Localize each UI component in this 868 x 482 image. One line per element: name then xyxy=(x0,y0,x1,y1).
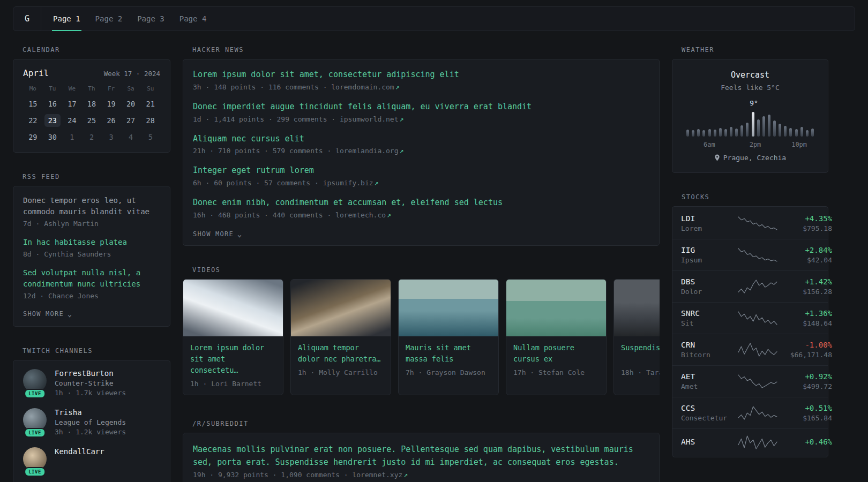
video-card[interactable]: Lorem ipsum dolor sit amet consectetu… 1… xyxy=(183,279,283,395)
weather-widget-title: WEATHER xyxy=(682,46,828,54)
calendar-widget-title: CALENDAR xyxy=(23,46,170,54)
calendar-dow: Th xyxy=(82,85,102,94)
channel-name[interactable]: Trisha xyxy=(55,408,126,417)
video-thumbnail[interactable] xyxy=(183,280,283,336)
video-card[interactable]: Nullam posuere cursus ex 17h · Stefan Co… xyxy=(506,279,607,395)
rss-widget: RSS FEED Donec tempor eros leo, ut commo… xyxy=(13,173,170,327)
stock-symbol[interactable]: SNRC xyxy=(681,309,732,318)
video-thumbnail[interactable] xyxy=(506,280,606,336)
stock-change: +1.36% xyxy=(783,309,832,318)
calendar-week-year: Week 17 · 2024 xyxy=(104,70,160,78)
stock-symbol[interactable]: CRN xyxy=(681,341,732,349)
stock-symbol[interactable]: CCS xyxy=(681,404,732,412)
twitch-channel-row[interactable]: LIVE ForrestBurton Counter-Strike 1h · 1… xyxy=(23,369,160,397)
video-title-link[interactable]: Suspendisse diam xyxy=(621,342,660,365)
story-meta: 6h · 60 points · 57 comments · ipsumify.… xyxy=(193,179,649,187)
video-title-link[interactable]: Mauris sit amet massa felis xyxy=(406,342,491,365)
weather-feels-like: Feels like 5°C xyxy=(681,84,819,92)
video-meta: 1h · Lori Barnett xyxy=(190,380,276,388)
video-thumbnail[interactable] xyxy=(614,280,660,336)
stock-name: Consectetur xyxy=(681,414,732,422)
stock-change: +1.42% xyxy=(783,277,832,286)
stock-symbol[interactable]: AET xyxy=(681,372,732,381)
tab-page-3[interactable]: Page 3 xyxy=(130,7,172,31)
post-title-link[interactable]: Maecenas mollis pulvinar erat non posuer… xyxy=(193,443,649,469)
tab-page-4[interactable]: Page 4 xyxy=(172,7,214,31)
video-thumbnail[interactable] xyxy=(399,280,498,336)
stock-row: DBS Dolor +1.42% $156.28 xyxy=(672,270,828,302)
channel-name[interactable]: KendallCarr xyxy=(55,447,104,456)
stock-name: Ipsum xyxy=(681,256,732,264)
rss-item-link[interactable]: In hac habitasse platea xyxy=(23,237,160,248)
twitch-channel-row[interactable]: LIVE KendallCarr xyxy=(23,447,160,475)
story-domain-link[interactable]: loremdomain.com↗ xyxy=(331,83,399,91)
rss-item-meta: 8d · Cynthia Saunders xyxy=(23,250,160,258)
video-meta: 18h · Tara xyxy=(621,368,660,376)
weather-time-label: 2pm xyxy=(750,141,761,148)
stock-sparkline xyxy=(738,248,777,262)
stock-symbol[interactable]: DBS xyxy=(681,277,732,286)
channel-name[interactable]: ForrestBurton xyxy=(55,369,126,378)
tab-page-2[interactable]: Page 2 xyxy=(88,7,130,31)
video-title-link[interactable]: Nullam posuere cursus ex xyxy=(513,342,599,365)
video-thumbnail[interactable] xyxy=(291,280,391,336)
dashboard-content: CALENDAR April Week 17 · 2024 Mo Tu We T… xyxy=(0,31,868,482)
channel-avatar-wrap: LIVE xyxy=(23,408,47,436)
story-item: Lorem ipsum dolor sit amet, consectetur … xyxy=(193,69,649,91)
post-domain-link[interactable]: loremnet.xyz↗ xyxy=(352,471,408,479)
twitch-channel-row[interactable]: LIVE Trisha League of Legends 3h · 1.2k … xyxy=(23,408,160,436)
calendar-day: 15 xyxy=(25,97,41,110)
calendar-day: 17 xyxy=(64,97,80,110)
stock-price: $165.84 xyxy=(783,414,832,422)
story-domain-link[interactable]: loremlandia.org↗ xyxy=(335,147,403,155)
twitch-panel: LIVE ForrestBurton Counter-Strike 1h · 1… xyxy=(13,360,170,482)
calendar-day: 26 xyxy=(103,114,119,127)
external-link-icon: ↗ xyxy=(400,147,404,155)
hacker-news-show-more-button[interactable]: SHOW MORE⌄ xyxy=(193,230,242,238)
stock-symbol[interactable]: IIG xyxy=(681,246,732,254)
story-title-link[interactable]: Lorem ipsum dolor sit amet, consectetur … xyxy=(193,69,649,81)
video-card[interactable]: Mauris sit amet massa felis 7h · Grayson… xyxy=(398,279,499,395)
post-meta: 19h · 9,932 points · 1,090 comments · lo… xyxy=(193,471,649,479)
calendar-dow: Su xyxy=(140,85,160,94)
rss-item-link[interactable]: Donec tempor eros leo, ut commodo mauris… xyxy=(23,195,160,217)
calendar-month: April xyxy=(23,68,49,78)
video-card[interactable]: Aliquam tempor dolor nec pharetra… 1h · … xyxy=(290,279,391,395)
left-column: CALENDAR April Week 17 · 2024 Mo Tu We T… xyxy=(13,46,170,482)
calendar-day: 16 xyxy=(44,97,61,110)
video-title-link[interactable]: Aliquam tempor dolor nec pharetra… xyxy=(298,342,384,365)
channel-avatar-wrap: LIVE xyxy=(23,447,47,475)
rss-item-link[interactable]: Sed volutpat nulla nisl, a condimentum n… xyxy=(23,267,160,290)
stock-name: Sit xyxy=(681,319,732,327)
stock-sparkline xyxy=(738,216,777,230)
story-title-link[interactable]: Integer eget rutrum lorem xyxy=(193,165,649,177)
weather-widget: WEATHER Overcast Feels like 5°C 9° 6am 2… xyxy=(672,46,828,173)
stock-row: AHS +0.46% xyxy=(672,428,828,456)
twitch-widget-title: TWITCH CHANNELS xyxy=(23,347,170,355)
subreddit-widget-title: /R/SUBREDDIT xyxy=(192,420,660,427)
videos-row: Lorem ipsum dolor sit amet consectetu… 1… xyxy=(183,279,660,395)
calendar-day: 24 xyxy=(64,114,80,127)
stock-symbol[interactable]: LDI xyxy=(681,214,732,223)
story-title-link[interactable]: Donec imperdiet augue tincidunt felis al… xyxy=(193,101,649,113)
rss-show-more-button[interactable]: SHOW MORE⌄ xyxy=(23,310,72,318)
calendar-day: 25 xyxy=(84,114,100,127)
rss-item-meta: 7d · Ashlyn Martin xyxy=(23,220,160,228)
video-card[interactable]: Suspendisse diam 18h · Tara xyxy=(613,279,660,395)
story-domain-link[interactable]: loremtech.co↗ xyxy=(335,211,391,219)
channel-meta: 3h · 1.2k viewers xyxy=(55,428,126,436)
story-meta: 1d · 1,414 points · 299 comments · ipsum… xyxy=(193,115,649,123)
stock-change: -1.00% xyxy=(783,341,832,349)
calendar-widget: CALENDAR April Week 17 · 2024 Mo Tu We T… xyxy=(13,46,170,153)
video-title-link[interactable]: Lorem ipsum dolor sit amet consectetu… xyxy=(190,342,276,376)
tab-page-1[interactable]: Page 1 xyxy=(46,7,88,31)
live-badge: LIVE xyxy=(24,467,46,477)
stock-symbol[interactable]: AHS xyxy=(681,438,732,446)
story-domain-link[interactable]: ipsumify.biz↗ xyxy=(323,179,379,187)
story-domain-link[interactable]: ipsumworld.net↗ xyxy=(340,115,403,123)
stock-row: SNRC Sit +1.36% $148.64 xyxy=(672,302,828,334)
story-title-link[interactable]: Donec enim nibh, condimentum et accumsan… xyxy=(193,197,649,209)
page-tabs: Page 1 Page 2 Page 3 Page 4 xyxy=(41,7,214,31)
story-title-link[interactable]: Aliquam nec cursus elit xyxy=(193,133,649,145)
external-link-icon: ↗ xyxy=(403,471,408,479)
